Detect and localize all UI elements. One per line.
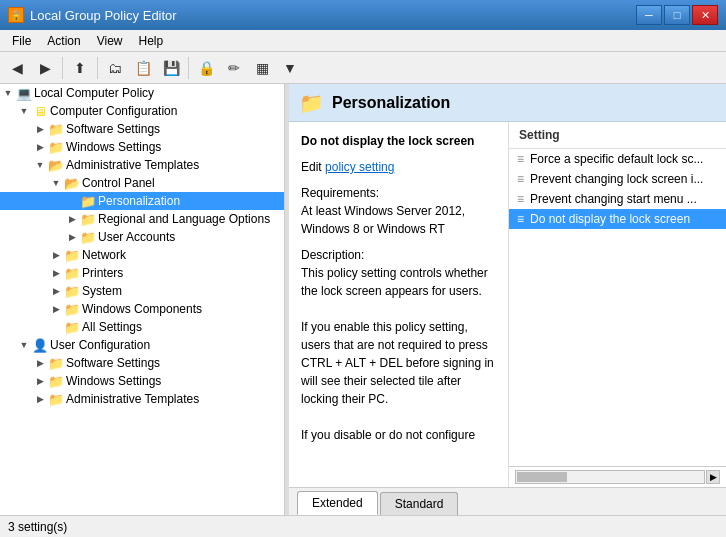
toolbar: ◀ ▶ ⬆ 🗂 📋 💾 🔒 ✏ ▦ ▼ [0,52,726,84]
toolbar-separator-1 [62,57,63,79]
tree-node-network[interactable]: ▶ 📁 Network [0,246,284,264]
menu-help[interactable]: Help [131,32,172,50]
window-title: Local Group Policy Editor [30,8,177,23]
expand-icon[interactable]: ▶ [32,121,48,137]
horizontal-scrollbar-area: ▶ [509,466,726,487]
horizontal-scrollbar[interactable] [515,470,705,484]
minimize-button[interactable]: ─ [636,5,662,25]
toolbar-separator-2 [97,57,98,79]
tab-standard[interactable]: Standard [380,492,459,515]
filter-button[interactable]: ▼ [277,55,303,81]
tree-node-windows-settings-2[interactable]: ▶ 📁 Windows Settings [0,372,284,390]
settings-list: ≡ Force a specific default lock sc... ≡ … [509,149,726,466]
settings-header: Setting [509,122,726,149]
folder-icon: 💻 [16,85,32,101]
tree-node-all-settings[interactable]: 📁 All Settings [0,318,284,336]
setting-icon: ≡ [517,152,524,166]
content-body: Do not display the lock screen Edit poli… [289,122,726,487]
close-button[interactable]: ✕ [692,5,718,25]
tree-node-admin-templates-1[interactable]: ▼ 📂 Administrative Templates [0,156,284,174]
setting-item-prevent-start-menu[interactable]: ≡ Prevent changing start menu ... [509,189,726,209]
description-text: This policy setting controls whether the… [301,264,496,444]
tree-node-windows-components[interactable]: ▶ 📁 Windows Components [0,300,284,318]
expand-icon[interactable]: ▶ [48,265,64,281]
maximize-button[interactable]: □ [664,5,690,25]
status-bar: 3 setting(s) [0,515,726,537]
expand-icon[interactable]: ▼ [32,157,48,173]
setting-label: Prevent changing start menu ... [530,192,697,206]
tabs-bar: ExtendedStandard [289,487,726,515]
tree-node-admin-templates-2[interactable]: ▶ 📁 Administrative Templates [0,390,284,408]
folder-icon: 📁 [80,193,96,209]
expand-icon[interactable]: ▶ [32,139,48,155]
forward-button[interactable]: ▶ [32,55,58,81]
description-pane: Do not display the lock screen Edit poli… [289,122,509,487]
expand-icon[interactable]: ▼ [0,85,16,101]
back-button[interactable]: ◀ [4,55,30,81]
tree-node-computer-configuration[interactable]: ▼ 🖥 Computer Configuration [0,102,284,120]
tree-node-label: Computer Configuration [48,104,177,118]
expand-icon[interactable]: ▼ [16,337,32,353]
setting-item-prevent-lock-screen[interactable]: ≡ Prevent changing lock screen i... [509,169,726,189]
tree-node-windows-settings-1[interactable]: ▶ 📁 Windows Settings [0,138,284,156]
tree-node-label: Administrative Templates [64,392,199,406]
view-mode-button[interactable]: ▦ [249,55,275,81]
setting-icon: ≡ [517,212,524,226]
requirements-label: Requirements: [301,184,496,202]
leaf-icon [64,193,80,209]
folder-icon: 📁 [48,121,64,137]
tree-node-software-settings-2[interactable]: ▶ 📁 Software Settings [0,354,284,372]
expand-icon[interactable]: ▶ [48,301,64,317]
tree-node-regional[interactable]: ▶ 📁 Regional and Language Options [0,210,284,228]
content-header-title: Personalization [332,94,450,112]
scrollbar-thumb [517,472,567,482]
tree-node-control-panel[interactable]: ▼ 📂 Control Panel [0,174,284,192]
tree-node-software-settings-1[interactable]: ▶ 📁 Software Settings [0,120,284,138]
tree-node-label: Printers [80,266,123,280]
menu-view[interactable]: View [89,32,131,50]
tree-node-printers[interactable]: ▶ 📁 Printers [0,264,284,282]
setting-item-force-default-lock[interactable]: ≡ Force a specific default lock sc... [509,149,726,169]
leaf-icon [48,319,64,335]
expand-icon[interactable]: ▼ [16,103,32,119]
tree-node-label: Control Panel [80,176,155,190]
tree-node-label: Administrative Templates [64,158,199,172]
tree-node-user-accounts[interactable]: ▶ 📁 User Accounts [0,228,284,246]
tree-node-label: Local Computer Policy [32,86,154,100]
expand-icon[interactable]: ▶ [48,283,64,299]
lock-button[interactable]: 🔒 [193,55,219,81]
description-label: Description: [301,246,496,264]
edit-section: Edit policy setting [301,158,496,176]
edit-policy-link[interactable]: policy setting [325,160,394,174]
tree-node-local-computer-policy[interactable]: ▼ 💻 Local Computer Policy [0,84,284,102]
show-hide-tree[interactable]: 🗂 [102,55,128,81]
content-header-icon: 📁 [299,91,324,115]
save-button[interactable]: 💾 [158,55,184,81]
expand-icon[interactable]: ▶ [48,247,64,263]
tree-node-label: All Settings [80,320,142,334]
tree-panel: ▼ 💻 Local Computer Policy ▼ 🖥 Computer C… [0,84,285,515]
expand-icon[interactable]: ▶ [64,211,80,227]
tree-node-personalization[interactable]: 📁 Personalization [0,192,284,210]
tree-node-user-configuration[interactable]: ▼ 👤 User Configuration [0,336,284,354]
edit-button[interactable]: ✏ [221,55,247,81]
description-section: Description: This policy setting control… [301,246,496,444]
setting-item-do-not-display[interactable]: ≡ Do not display the lock screen [509,209,726,229]
folder-icon: 🖥 [32,103,48,119]
tree-node-system[interactable]: ▶ 📁 System [0,282,284,300]
menu-action[interactable]: Action [39,32,88,50]
scroll-right-btn[interactable]: ▶ [706,470,720,484]
tab-extended[interactable]: Extended [297,491,378,515]
folder-icon: 📁 [48,391,64,407]
menu-file[interactable]: File [4,32,39,50]
properties-button[interactable]: 📋 [130,55,156,81]
tree-node-label: Software Settings [64,122,160,136]
expand-icon[interactable]: ▶ [32,355,48,371]
expand-icon[interactable]: ▼ [48,175,64,191]
up-button[interactable]: ⬆ [67,55,93,81]
expand-icon[interactable]: ▶ [32,391,48,407]
expand-icon[interactable]: ▶ [64,229,80,245]
content-panel: 📁 Personalization Do not display the loc… [289,84,726,515]
expand-icon[interactable]: ▶ [32,373,48,389]
folder-icon: 📁 [64,247,80,263]
